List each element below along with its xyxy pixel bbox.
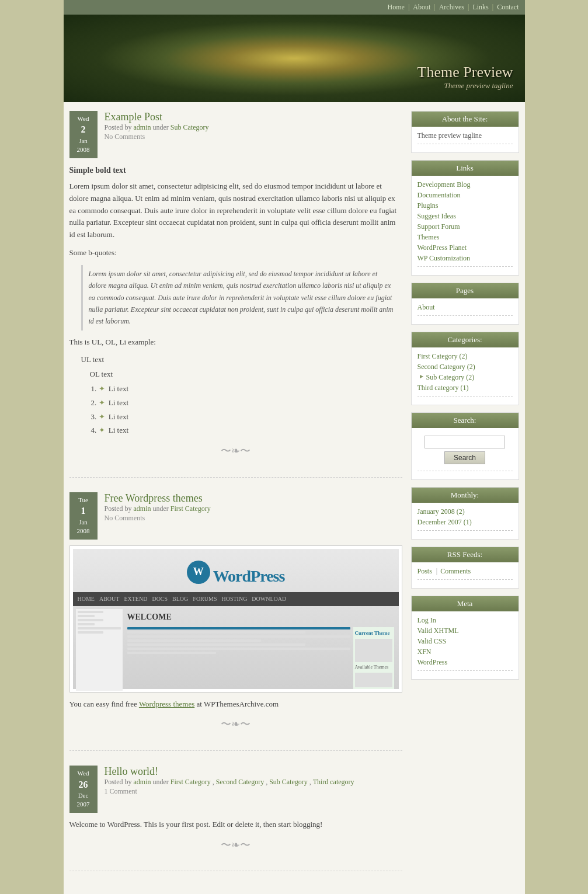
post-title-hello: Hello world! bbox=[105, 766, 354, 778]
widget-divider bbox=[417, 396, 513, 396]
link-dev-blog[interactable]: Development Blog bbox=[417, 180, 513, 189]
link-suggest-ideas[interactable]: Suggest Ideas bbox=[417, 212, 513, 221]
wp-line bbox=[78, 627, 121, 629]
cat-link-first[interactable]: First Category (2) bbox=[417, 352, 513, 361]
main-content: Wed 2 Jan 2008 Example Post Posted by ad… bbox=[69, 111, 411, 886]
nav-sep-3: | bbox=[468, 3, 471, 11]
wp-line bbox=[78, 631, 103, 634]
widget-links: Links Development Blog Documentation Plu… bbox=[411, 160, 519, 276]
post-day-hello: 26 bbox=[74, 778, 93, 791]
wp-body-mock: WELCOME bbox=[73, 606, 399, 694]
wp-screenshot: W WordPress HOME ABOUT EXTEND DOCS BLOG … bbox=[73, 549, 399, 689]
wp-theme-list bbox=[355, 673, 392, 687]
list-item: ✦ Li text bbox=[99, 411, 402, 423]
link-themes[interactable]: Themes bbox=[417, 233, 513, 242]
widget-links-content: Development Blog Documentation Plugins S… bbox=[412, 176, 519, 275]
post-title-example: Example Post bbox=[105, 111, 209, 123]
widget-divider bbox=[417, 579, 513, 580]
meta-wordpress[interactable]: WordPress bbox=[417, 658, 513, 667]
rss-sep: | bbox=[436, 567, 437, 575]
nav-sep-1: | bbox=[408, 3, 411, 11]
post-category-link[interactable]: Sub Category bbox=[171, 123, 209, 131]
meta-login[interactable]: Log In bbox=[417, 616, 513, 625]
post-year-wp: 2008 bbox=[74, 527, 93, 535]
category-sub: Sub Category (2) bbox=[417, 373, 513, 382]
post-example: Wed 2 Jan 2008 Example Post Posted by ad… bbox=[69, 111, 402, 478]
post-month-hello: Dec bbox=[74, 791, 93, 800]
search-button[interactable]: Search bbox=[444, 451, 485, 464]
post-wp-text: You can easy find free Wordpress themes … bbox=[69, 698, 402, 711]
page-about[interactable]: About bbox=[417, 303, 513, 312]
meta-xfn[interactable]: XFN bbox=[417, 648, 513, 656]
post-comments-example: No Comments bbox=[105, 132, 209, 141]
post-comments-link[interactable]: No Comments bbox=[105, 133, 145, 141]
post-cat3-hello[interactable]: Sub Category bbox=[269, 778, 308, 786]
post-cat1-hello[interactable]: First Category bbox=[171, 778, 211, 786]
monthly-dec-2007[interactable]: December 2007 (1) bbox=[417, 518, 513, 527]
li-icon: ✦ bbox=[99, 398, 105, 407]
nav-home[interactable]: Home bbox=[388, 3, 405, 11]
post-title-link-hello[interactable]: Hello world! bbox=[105, 766, 158, 777]
rss-posts[interactable]: Posts bbox=[417, 567, 432, 575]
nav-links[interactable]: Links bbox=[472, 3, 488, 11]
wp-nav-docs: DOCS bbox=[152, 594, 168, 604]
link-support-forum[interactable]: Support Forum bbox=[417, 222, 513, 231]
cat-link-second[interactable]: Second Category (2) bbox=[417, 363, 513, 371]
meta-css[interactable]: Valid CSS bbox=[417, 637, 513, 646]
wp-nav-bar: HOME ABOUT EXTEND DOCS BLOG FORUMS HOSTI… bbox=[73, 592, 399, 606]
wp-nav-download: DOWNLOAD bbox=[252, 594, 286, 604]
post-title-link-example[interactable]: Example Post bbox=[105, 111, 163, 123]
monthly-jan-2008[interactable]: January 2008 (2) bbox=[417, 507, 513, 516]
widget-about: About the Site: Theme preview tagline bbox=[411, 111, 519, 153]
post-weekday-hello: Wed bbox=[74, 769, 93, 778]
wp-line bbox=[127, 635, 350, 638]
post-date-wp: Tue 1 Jan 2008 bbox=[69, 492, 98, 540]
sidebar: About the Site: Theme preview tagline Li… bbox=[411, 111, 519, 886]
post-title-link-wp[interactable]: Free Wordpress themes bbox=[105, 492, 203, 504]
post-author-link-wp[interactable]: admin bbox=[134, 505, 151, 513]
wp-nav-extend: EXTEND bbox=[124, 594, 147, 604]
widget-search-title: Search: bbox=[412, 413, 519, 428]
post-comments-hello: 1 Comment bbox=[105, 787, 354, 796]
wp-theme-preview bbox=[355, 639, 392, 662]
post-category-link-wp[interactable]: First Category bbox=[171, 505, 211, 513]
post-content-wp: W WordPress HOME ABOUT EXTEND DOCS BLOG … bbox=[69, 545, 402, 733]
post-byline-wp: Posted by admin under First Category bbox=[105, 505, 211, 513]
link-wp-planet[interactable]: WordPress Planet bbox=[417, 243, 513, 252]
cat-link-third[interactable]: Third category (1) bbox=[417, 384, 513, 392]
post-author-link-hello[interactable]: admin bbox=[134, 778, 151, 786]
post-comments-link-hello[interactable]: 1 Comment bbox=[105, 787, 137, 795]
widget-rss: RSS Feeds: Posts | Comments bbox=[411, 547, 519, 589]
content-wrapper: Wed 2 Jan 2008 Example Post Posted by ad… bbox=[64, 102, 525, 894]
widget-monthly-title: Monthly: bbox=[412, 488, 519, 503]
wp-line bbox=[127, 648, 350, 650]
link-documentation[interactable]: Documentation bbox=[417, 191, 513, 200]
link-plugins[interactable]: Plugins bbox=[417, 201, 513, 210]
widget-search: Search: Search bbox=[411, 412, 519, 480]
search-input[interactable] bbox=[425, 436, 505, 448]
post-author-link[interactable]: admin bbox=[134, 123, 151, 131]
post-cat2-hello[interactable]: Second Category bbox=[216, 778, 264, 786]
link-wp-customization[interactable]: WP Customization bbox=[417, 254, 513, 263]
widget-meta: Meta Log In Valid XHTML Valid CSS XFN Wo… bbox=[411, 596, 519, 680]
site-header: Theme Preview Theme preview tagline bbox=[64, 15, 525, 102]
post-cat4-hello[interactable]: Third category bbox=[313, 778, 354, 786]
nav-about[interactable]: About bbox=[413, 3, 430, 11]
wp-nav-about: ABOUT bbox=[99, 594, 119, 604]
post-header-example: Wed 2 Jan 2008 Example Post Posted by ad… bbox=[69, 111, 402, 158]
nav-contact[interactable]: Contact bbox=[497, 3, 519, 11]
about-tagline: Theme preview tagline bbox=[417, 131, 513, 140]
wp-logo-text: WordPress bbox=[213, 563, 285, 590]
widget-links-title: Links bbox=[412, 161, 519, 176]
cat-link-sub[interactable]: Sub Category (2) bbox=[426, 373, 513, 382]
post-meta-example: Example Post Posted by admin under Sub C… bbox=[105, 111, 209, 158]
rss-comments[interactable]: Comments bbox=[440, 567, 471, 575]
post-comments-link-wp[interactable]: No Comments bbox=[105, 514, 145, 522]
meta-xhtml[interactable]: Valid XHTML bbox=[417, 627, 513, 635]
nav-sep-2: | bbox=[434, 3, 437, 11]
post-divider-ornament-3: 〜❧〜 bbox=[69, 837, 402, 854]
post-year: 2008 bbox=[74, 145, 93, 154]
nav-archives[interactable]: Archives bbox=[439, 3, 464, 11]
wordpress-themes-link[interactable]: Wordpress themes bbox=[139, 700, 194, 708]
wp-main-mock: WELCOME bbox=[126, 609, 396, 691]
